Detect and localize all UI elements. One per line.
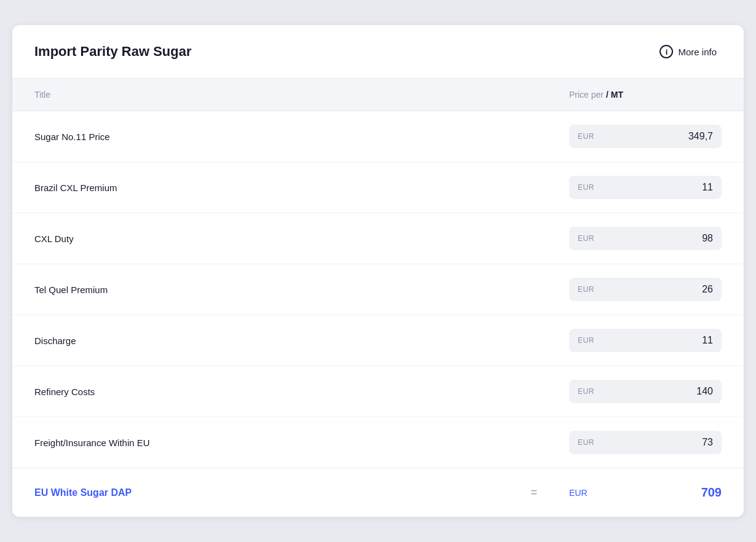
row-price-discharge: EUR11 bbox=[547, 315, 744, 366]
price-value-brazil-cxl: 11 bbox=[603, 176, 722, 199]
price-pill-tel-quel: EUR26 bbox=[569, 278, 722, 301]
table-footer: EU White Sugar DAP = EUR 709 bbox=[12, 468, 744, 517]
more-info-button[interactable]: i More info bbox=[655, 42, 722, 61]
table-body: Sugar No.11 PriceEUR349,7Brazil CXL Prem… bbox=[12, 111, 744, 468]
row-title-tel-quel: Tel Quel Premium bbox=[12, 271, 547, 308]
price-value-refinery-costs: 140 bbox=[603, 380, 722, 403]
price-pill-sugar-no11: EUR349,7 bbox=[569, 125, 722, 148]
row-price-freight-insurance: EUR73 bbox=[547, 417, 744, 468]
currency-label-refinery-costs: EUR bbox=[569, 381, 603, 402]
row-title-discharge: Discharge bbox=[12, 322, 547, 359]
currency-label-sugar-no11: EUR bbox=[569, 126, 603, 147]
main-card: Import Parity Raw Sugar i More info Titl… bbox=[12, 25, 744, 517]
row-price-tel-quel: EUR26 bbox=[547, 264, 744, 315]
price-value-freight-insurance: 73 bbox=[603, 431, 722, 454]
price-pill-cxl-duty: EUR98 bbox=[569, 227, 722, 250]
footer-equals-sign: = bbox=[521, 486, 547, 499]
row-title-brazil-cxl: Brazil CXL Premium bbox=[12, 169, 547, 206]
price-header-unit: / MT bbox=[606, 90, 623, 100]
table-row: Brazil CXL PremiumEUR11 bbox=[12, 162, 744, 213]
price-header-prefix: Price per bbox=[569, 90, 604, 100]
price-value-tel-quel: 26 bbox=[603, 278, 722, 301]
price-value-discharge: 11 bbox=[603, 329, 722, 352]
info-icon: i bbox=[660, 45, 673, 58]
more-info-label: More info bbox=[678, 47, 717, 57]
price-column-header: Price per / MT bbox=[547, 79, 744, 111]
table-row: Tel Quel PremiumEUR26 bbox=[12, 264, 744, 315]
footer-currency: EUR bbox=[569, 488, 588, 498]
row-price-cxl-duty: EUR98 bbox=[547, 213, 744, 264]
title-column-header: Title bbox=[12, 79, 547, 111]
table-row: Sugar No.11 PriceEUR349,7 bbox=[12, 111, 744, 162]
table-row: Freight/Insurance Within EUEUR73 bbox=[12, 417, 744, 468]
table-row: CXL DutyEUR98 bbox=[12, 213, 744, 264]
table-row: DischargeEUR11 bbox=[12, 315, 744, 366]
row-price-refinery-costs: EUR140 bbox=[547, 366, 744, 417]
currency-label-brazil-cxl: EUR bbox=[569, 177, 603, 198]
currency-label-freight-insurance: EUR bbox=[569, 432, 603, 453]
row-title-sugar-no11: Sugar No.11 Price bbox=[12, 118, 547, 155]
price-value-sugar-no11: 349,7 bbox=[603, 125, 722, 148]
table-row: Refinery CostsEUR140 bbox=[12, 366, 744, 417]
row-price-brazil-cxl: EUR11 bbox=[547, 162, 744, 213]
table-header: Title Price per / MT bbox=[12, 79, 744, 111]
footer-price-inner: EUR 709 bbox=[569, 485, 722, 500]
row-price-sugar-no11: EUR349,7 bbox=[547, 111, 744, 162]
currency-label-tel-quel: EUR bbox=[569, 279, 603, 300]
price-value-cxl-duty: 98 bbox=[603, 227, 722, 250]
page-title: Import Parity Raw Sugar bbox=[34, 44, 192, 60]
row-title-freight-insurance: Freight/Insurance Within EU bbox=[12, 424, 547, 461]
card-header: Import Parity Raw Sugar i More info bbox=[12, 25, 744, 79]
row-title-cxl-duty: CXL Duty bbox=[12, 220, 547, 257]
price-pill-freight-insurance: EUR73 bbox=[569, 431, 722, 454]
price-pill-refinery-costs: EUR140 bbox=[569, 380, 722, 403]
currency-label-discharge: EUR bbox=[569, 330, 603, 351]
row-title-refinery-costs: Refinery Costs bbox=[12, 373, 547, 410]
price-pill-brazil-cxl: EUR11 bbox=[569, 176, 722, 199]
footer-total-label: EU White Sugar DAP bbox=[12, 487, 521, 498]
currency-label-cxl-duty: EUR bbox=[569, 228, 603, 249]
footer-total-value: 709 bbox=[701, 485, 722, 500]
footer-total-price: EUR 709 bbox=[547, 485, 744, 500]
price-pill-discharge: EUR11 bbox=[569, 329, 722, 352]
